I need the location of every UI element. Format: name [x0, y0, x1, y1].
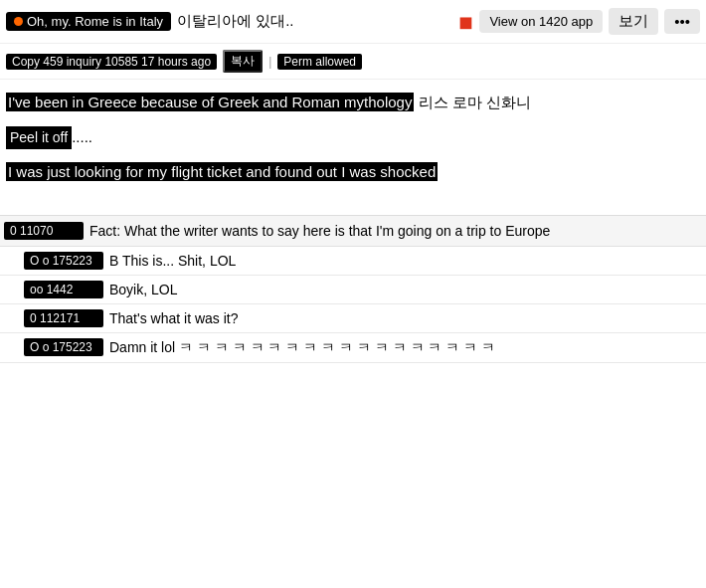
- reply-author[interactable]: 0 112171: [24, 309, 103, 327]
- flight-text: I was just looking for my flight ticket …: [6, 162, 438, 181]
- main-comment-text: Fact: What the writer wants to say here …: [89, 222, 702, 239]
- perm-allowed-badge: Perm allowed: [277, 54, 362, 70]
- line1-korean: 리스 로마 신화니: [414, 94, 531, 110]
- main-content: I've been in Greece because of Greek and…: [0, 80, 706, 207]
- copy-info-label[interactable]: Copy 459 inquiry 10585 17 hours ago: [6, 54, 217, 70]
- bookmark-icon[interactable]: ◼: [458, 11, 473, 33]
- reply-text: Damn it lol ㅋ ㅋ ㅋ ㅋ ㅋ ㅋ ㅋ ㅋ ㅋ ㅋ ㅋ ㅋ ㅋ ㅋ …: [109, 338, 702, 357]
- reply-text: That's what it was it?: [109, 309, 702, 326]
- live-label: Oh, my. Rome is in Italy: [27, 14, 163, 29]
- reply-author[interactable]: oo 1442: [24, 281, 103, 298]
- reply-row: O o 175223 Damn it lol ㅋ ㅋ ㅋ ㅋ ㅋ ㅋ ㅋ ㅋ ㅋ…: [0, 333, 706, 363]
- main-comment-author[interactable]: 0 11070: [4, 222, 84, 240]
- main-comment: 0 11070 Fact: What the writer wants to s…: [0, 216, 706, 247]
- reply-row: oo 1442 Boyik, LOL: [0, 276, 706, 304]
- reply-row: 0 112171 That's what it was it?: [0, 304, 706, 333]
- view-app-button[interactable]: View on 1420 app: [479, 10, 603, 33]
- content-line-1: I've been in Greece because of Greek and…: [6, 92, 700, 114]
- dots: .....: [72, 128, 92, 145]
- copy-button[interactable]: 복사: [223, 50, 263, 73]
- peel-text: Peel it off: [6, 126, 72, 149]
- content-line-2: Peel it off.....: [6, 126, 700, 149]
- more-options-button[interactable]: •••: [664, 9, 700, 34]
- comments-section: 0 11070 Fact: What the writer wants to s…: [0, 215, 706, 363]
- title-suffix: 이탈리아에 있대..: [177, 12, 452, 31]
- content-line-3: I was just looking for my flight ticket …: [6, 161, 700, 184]
- info-bar: Copy 459 inquiry 10585 17 hours ago 복사 |…: [0, 44, 706, 80]
- line1-highlighted: I've been in Greece because of Greek and…: [6, 93, 414, 111]
- live-dot-icon: [14, 17, 23, 26]
- divider: |: [268, 55, 271, 69]
- reply-text: B This is... Shit, LOL: [109, 252, 702, 269]
- reply-row: O o 175223 B This is... Shit, LOL: [0, 247, 706, 276]
- top-bar: Oh, my. Rome is in Italy 이탈리아에 있대.. ◼ Vi…: [0, 0, 706, 44]
- reply-author[interactable]: O o 175223: [24, 338, 103, 356]
- see-more-button[interactable]: 보기: [609, 8, 658, 35]
- reply-text: Boyik, LOL: [109, 281, 702, 297]
- live-badge: Oh, my. Rome is in Italy: [6, 12, 171, 31]
- reply-author[interactable]: O o 175223: [24, 252, 103, 270]
